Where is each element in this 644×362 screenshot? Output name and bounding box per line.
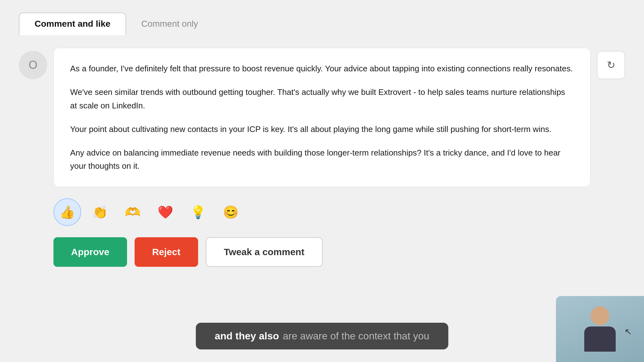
- comment-paragraph-4: Any advice on balancing immediate revenu…: [70, 146, 574, 173]
- smile-emoji: 😊: [223, 205, 239, 220]
- thumbs-up-emoji: 👍: [59, 205, 75, 220]
- reaction-clapping[interactable]: 👏: [86, 198, 114, 226]
- reaction-thumbs-up[interactable]: 👍: [53, 198, 81, 226]
- approve-button[interactable]: Approve: [53, 237, 127, 267]
- video-overlay: ↖: [556, 296, 644, 362]
- person-body: [584, 326, 616, 352]
- tweak-button[interactable]: Tweak a comment: [206, 237, 323, 267]
- refresh-button[interactable]: ↻: [597, 51, 625, 79]
- comment-card: As a founder, I've definitely felt that …: [53, 48, 591, 187]
- avatar: O: [19, 51, 47, 79]
- video-person: ↖: [556, 296, 644, 362]
- clapping-emoji: 👏: [92, 205, 108, 220]
- mouse-cursor-icon: ↖: [625, 326, 632, 337]
- comment-paragraph-3: Your point about cultivating new contact…: [70, 123, 574, 136]
- subtitle-normal: are aware of the context that you: [283, 330, 429, 342]
- comment-paragraph-2: We've seen similar trends with outbound …: [70, 85, 574, 112]
- tab-bar: Comment and like Comment only: [19, 13, 625, 35]
- reject-button[interactable]: Reject: [135, 237, 198, 267]
- subtitle-bar: and they also are aware of the context t…: [196, 323, 448, 349]
- reaction-lightbulb[interactable]: 💡: [184, 198, 212, 226]
- person-head: [591, 306, 609, 325]
- main-area: O As a founder, I've definitely felt tha…: [19, 48, 625, 187]
- subtitle-bold: and they also: [215, 330, 279, 342]
- person-silhouette: [584, 306, 616, 352]
- heart-hands-emoji: 🫶: [125, 205, 141, 220]
- reaction-smile[interactable]: 😊: [217, 198, 245, 226]
- tab-comment-and-like[interactable]: Comment and like: [19, 13, 126, 35]
- lightbulb-emoji: 💡: [190, 205, 206, 220]
- page-container: Comment and like Comment only O As a fou…: [0, 0, 644, 362]
- reaction-heart-hands[interactable]: 🫶: [119, 198, 147, 226]
- tab-comment-only[interactable]: Comment only: [126, 13, 213, 35]
- reaction-heart[interactable]: ❤️: [152, 198, 179, 226]
- action-row: Approve Reject Tweak a comment: [53, 237, 625, 267]
- comment-paragraph-1: As a founder, I've definitely felt that …: [70, 62, 574, 75]
- reaction-row: 👍 👏 🫶 ❤️ 💡 😊: [53, 198, 625, 226]
- refresh-icon: ↻: [607, 59, 615, 71]
- heart-emoji: ❤️: [158, 205, 173, 220]
